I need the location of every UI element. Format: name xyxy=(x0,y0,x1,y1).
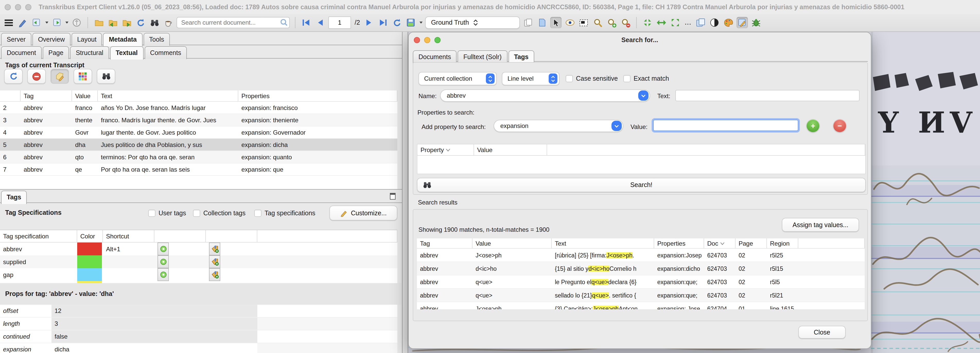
edit-pen-icon[interactable] xyxy=(17,17,28,28)
prop-row[interactable]: continued false xyxy=(0,331,397,343)
col-text[interactable]: Text xyxy=(98,90,238,101)
tag-edit-button[interactable] xyxy=(51,69,69,84)
color-swatch[interactable] xyxy=(77,255,102,268)
result-row[interactable]: abbrev q<ue> le Pregunto el q<ue> declar… xyxy=(417,275,865,289)
subtab-comments[interactable]: Comments xyxy=(145,46,187,59)
tag-colors-grid-button[interactable] xyxy=(73,69,92,84)
tag-shortcut-button[interactable] xyxy=(209,242,220,255)
add-property-button[interactable]: + xyxy=(807,119,819,132)
property-combo[interactable]: expansion xyxy=(493,120,623,132)
spec-row-supplied[interactable]: supplied xyxy=(0,255,397,268)
collection-tags-checkbox[interactable]: Collection tags xyxy=(193,207,245,219)
page-number-input[interactable] xyxy=(328,16,351,29)
prop-row[interactable]: length 3 xyxy=(0,318,397,331)
export-document-icon[interactable] xyxy=(121,17,132,28)
search-current-document-input[interactable] xyxy=(177,17,290,28)
collection-scope-select[interactable]: Current collection xyxy=(418,72,497,85)
image-versions-icon[interactable] xyxy=(695,17,706,28)
note-page-icon[interactable] xyxy=(536,17,548,28)
result-row[interactable]: abbrev J<ose>ph [rúbrica] {25} [firma: J… xyxy=(417,249,865,262)
tab-fulltext[interactable]: Fulltext (Solr) xyxy=(458,51,507,63)
duplicate-page-icon[interactable] xyxy=(523,17,534,28)
dialog-close-icon[interactable] xyxy=(414,37,420,43)
property-value-input[interactable] xyxy=(653,120,798,131)
dialog-zoom-icon[interactable] xyxy=(434,37,441,43)
delete-tag-button[interactable] xyxy=(27,69,46,84)
zoom-tool-icon[interactable] xyxy=(592,17,603,28)
col-color[interactable]: Color xyxy=(77,230,103,242)
exact-match-checkbox[interactable]: Exact match xyxy=(623,72,669,85)
tag-specifications-checkbox[interactable]: Tag specifications xyxy=(254,207,315,219)
chevron-down-icon[interactable] xyxy=(638,90,649,101)
tab-tags[interactable]: Tags xyxy=(1,191,27,204)
maximize-panel-icon[interactable] xyxy=(390,193,396,201)
tag-row[interactable]: 7abbrevqePor qto ha ora qe. seran las se… xyxy=(0,163,397,176)
tag-shortcut-button[interactable] xyxy=(209,255,220,268)
result-row[interactable]: abbrev d<ic>ho {15} al sitio y d<ic>ho C… xyxy=(417,262,865,275)
col-value[interactable]: Value xyxy=(473,238,552,248)
minimize-window-icon[interactable] xyxy=(15,4,21,10)
zoom-window-icon[interactable] xyxy=(25,4,32,10)
marquee-tool-icon[interactable] xyxy=(578,17,590,28)
col-doc[interactable]: Doc xyxy=(704,238,735,248)
case-sensitive-checkbox[interactable]: Case sensitive xyxy=(566,72,618,85)
col-tag[interactable]: Tag xyxy=(21,90,72,101)
assign-tag-values-button[interactable]: Assign tag values... xyxy=(782,218,859,232)
spec-row-abbrev[interactable]: abbrev Alt+1 xyxy=(0,242,397,255)
fit-width-icon[interactable] xyxy=(656,17,667,28)
tag-row[interactable]: 4abbrevGovrlugar thente. de Govr. Jues p… xyxy=(0,127,397,139)
customize-button[interactable]: Customize... xyxy=(329,206,397,220)
collection-tags-checkbox-box[interactable] xyxy=(193,210,200,217)
import-document-icon[interactable] xyxy=(107,17,118,28)
save-icon[interactable] xyxy=(405,17,417,28)
subtab-textual[interactable]: Textual xyxy=(110,46,143,60)
col-text[interactable]: Text xyxy=(552,238,654,248)
subtab-structural[interactable]: Structural xyxy=(70,46,109,59)
tag-row[interactable]: 6abbrevqtoterminos: Por qto ha ora qe. s… xyxy=(0,151,397,163)
col-prop-value[interactable]: Value xyxy=(474,144,547,155)
zoom-in-icon[interactable] xyxy=(606,17,617,28)
more-options-button[interactable]: ... xyxy=(685,19,692,26)
dialog-minimize-icon[interactable] xyxy=(424,37,430,43)
tag-row[interactable]: 2abbrevfrancoaños Yo Dn. Jose franco. Ma… xyxy=(0,102,397,114)
jobs-coffee-icon[interactable] xyxy=(163,17,174,28)
col-page[interactable]: Page xyxy=(735,238,767,248)
search-tags-button[interactable] xyxy=(97,69,115,84)
search-magnifier-icon[interactable] xyxy=(280,19,288,28)
tab-tags-search[interactable]: Tags xyxy=(508,51,534,64)
main-menu-icon[interactable] xyxy=(3,17,14,28)
zoom-out-icon[interactable] xyxy=(620,17,631,28)
search-button[interactable]: Search! xyxy=(417,178,866,192)
add-tag-button[interactable] xyxy=(158,268,169,281)
open-folder-icon[interactable] xyxy=(93,17,105,28)
prop-row[interactable]: expansion dicha xyxy=(0,343,397,353)
subtab-document[interactable]: Document xyxy=(1,46,42,59)
palette-icon[interactable] xyxy=(723,17,734,28)
save-caret-icon[interactable] xyxy=(420,22,423,24)
tag-name-combo[interactable]: abbrev xyxy=(440,89,650,102)
pointer-tool-icon[interactable] xyxy=(550,17,562,28)
case-sensitive-checkbox-box[interactable] xyxy=(566,75,573,82)
panel-divider[interactable] xyxy=(402,32,408,353)
tag-shortcut-button[interactable] xyxy=(209,268,220,281)
tag-row-selected[interactable]: 5abbrevdhaJues politico de dha Poblasion… xyxy=(0,139,397,151)
level-select[interactable]: Line level xyxy=(502,72,560,85)
link-icon[interactable] xyxy=(71,17,82,28)
chevron-down-icon[interactable] xyxy=(611,121,622,131)
tab-server[interactable]: Server xyxy=(1,33,32,46)
contrast-icon[interactable] xyxy=(709,17,720,28)
eye-tool-icon[interactable] xyxy=(565,17,576,28)
tag-specifications-checkbox-box[interactable] xyxy=(254,210,261,217)
detach-window-caret-icon[interactable] xyxy=(65,22,68,24)
open-in-window-icon[interactable] xyxy=(31,17,42,28)
close-button[interactable]: Close xyxy=(798,326,846,339)
col-tag[interactable]: Tag xyxy=(417,238,473,248)
col-value[interactable]: Value xyxy=(72,90,98,101)
reload-page-icon[interactable] xyxy=(391,17,403,28)
reload-doc-icon[interactable] xyxy=(135,17,146,28)
col-properties[interactable]: Properties xyxy=(238,90,397,101)
fit-page-icon[interactable] xyxy=(642,17,654,28)
first-page-button[interactable] xyxy=(301,17,312,28)
bug-icon[interactable] xyxy=(751,17,762,28)
close-window-icon[interactable] xyxy=(5,4,11,10)
